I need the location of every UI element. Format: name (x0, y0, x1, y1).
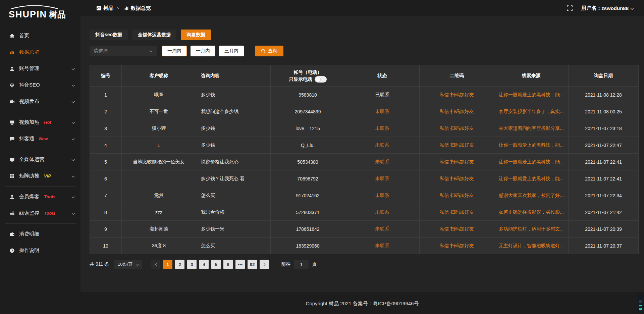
breadcrumb-root[interactable]: 树品 (103, 5, 113, 11)
sidebar-item-label: 视频发布 (19, 98, 39, 105)
page-number-button[interactable]: 5 (211, 260, 221, 269)
cell-status: 未联系 (345, 204, 420, 221)
select-placeholder: 请选择 (94, 48, 108, 54)
tab-douyin-seo-data[interactable]: 抖音seo数据 (90, 30, 128, 40)
chat-bubble-icon (9, 136, 15, 142)
user-menu[interactable]: 用户名： zswodun88 (581, 5, 634, 11)
cell-qrcode-link[interactable]: 私信 扫码加好友 (420, 120, 494, 137)
next-page-button[interactable] (260, 260, 269, 269)
page-size-select[interactable]: 10条/页 (114, 260, 142, 269)
cell-qrcode-link[interactable]: 私信 扫码加好友 (420, 204, 494, 221)
period-week-button[interactable]: 一周内 (162, 46, 187, 56)
sidebar-item-label: 抖客通 (19, 136, 34, 142)
cell-lead-source-link[interactable]: 如何正确选择投影仪，买投影... (494, 204, 569, 221)
cell-qrcode-link[interactable]: 私信 扫码加好友 (420, 238, 494, 254)
cell-id: 1 (90, 87, 122, 103)
browser-extension-overlay[interactable] (638, 294, 643, 313)
sidebar-item-label: 首页 (19, 33, 29, 39)
sidebar-item-video-boost[interactable]: 视频加热 Hot (0, 114, 80, 130)
cell-qrcode-link[interactable]: 私信 扫码加好友 (420, 87, 494, 103)
cell-lead-source-link[interactable]: 多功能护栏灯，适用于乡村文... (494, 221, 569, 238)
col-header-content: 咨询内容 (196, 65, 271, 87)
cell-qrcode-link[interactable]: 私信 扫码加好友 (420, 221, 494, 238)
chevron-down-icon (71, 194, 75, 200)
sidebar-item-label: 数据总览 (19, 49, 39, 55)
page-number-button[interactable]: ••• (235, 260, 245, 269)
sidebar-item-omnimedia-ops[interactable]: 全媒体运营 (0, 151, 80, 168)
sidebar-item-data-overview[interactable]: 数据总览 (0, 44, 80, 60)
page-number-button[interactable]: 3 (187, 260, 197, 269)
cell-status: 未联系 (345, 103, 420, 120)
cell-id: 5 (90, 154, 122, 170)
cell-lead-source-link[interactable]: 无主灯设计，智能磁吸轨道灯... (494, 238, 569, 254)
table-row: 2 不可一世 我想问这个多少钱 2097344839 未联系 私信 扫码加好友 … (90, 103, 639, 120)
cell-nickname: 当地比较能吃的一位美女 (122, 154, 196, 170)
sidebar-item-matrix-boost[interactable]: 矩阵助推 VIP (0, 168, 80, 184)
cell-lead-source-link[interactable]: 感谢大家喜欢我家，被问了好... (494, 187, 569, 204)
period-quarter-button[interactable]: 三月内 (219, 46, 244, 56)
goto-page-input[interactable] (294, 260, 309, 269)
sidebar-item-home[interactable]: 首页 (0, 28, 80, 44)
sidebar-item-lead-monitor[interactable]: 线索监控 Tools (0, 205, 80, 221)
hot-badge: Hot (44, 120, 51, 125)
cell-qrcode-link[interactable]: 私信 扫码加好友 (420, 154, 494, 170)
cell-date: 2021-11-07 22:34 (569, 187, 639, 204)
prev-page-button[interactable] (151, 260, 160, 269)
cell-content: 我只看价格 (196, 204, 271, 221)
cell-nickname: 36度 8 (122, 238, 196, 254)
home-icon (9, 33, 15, 39)
cell-lead-source-link[interactable]: 让你一眼就爱上的黑科技，能... (494, 87, 569, 103)
cell-lead-source-link[interactable]: 让你一眼就爱上的黑科技，能... (494, 137, 569, 154)
table-row: 8 zzz 我只看价格 572803371 未联系 私信 扫码加好友 如何正确选… (90, 204, 639, 221)
cell-qrcode-link[interactable]: 私信 扫码加好友 (420, 187, 494, 204)
cell-status: 已联系 (345, 87, 420, 103)
cell-nickname: 潮起潮落 (122, 221, 196, 238)
cell-nickname: zzz (122, 204, 196, 221)
cell-qrcode-link[interactable]: 私信 扫码加好友 (420, 103, 494, 120)
page-number-button[interactable]: 92 (248, 260, 257, 269)
cell-id: 2 (90, 103, 122, 120)
account-select[interactable]: 请选择 (90, 46, 157, 56)
cell-qrcode-link[interactable]: 私信 扫码加好友 (420, 137, 494, 154)
sidebar-item-video-publish[interactable]: 视频发布 (0, 93, 80, 110)
sidebar-item-consumption-detail[interactable]: 消费明细 (0, 226, 80, 242)
chevron-down-icon (71, 66, 75, 71)
fullscreen-icon[interactable] (567, 5, 573, 11)
sidebar-item-label: 会员爆客 (19, 194, 39, 200)
search-button[interactable]: 查询 (255, 46, 283, 56)
sidebar-item-member-baoke[interactable]: 会员爆客 Tools (0, 189, 80, 205)
sidebar-item-douyin-seo[interactable]: 抖音SEO (0, 77, 80, 93)
sidebar-item-douketong[interactable]: 抖客通 New (0, 130, 80, 147)
chevron-down-icon (71, 173, 75, 179)
cell-lead-source-link[interactable]: 客厅安装投影半年多了，真实... (494, 103, 569, 120)
tab-inquiry-data[interactable]: 询盘数据 (181, 30, 211, 40)
chevron-down-icon (71, 157, 75, 162)
pagination: 共 911 条 10条/页 123456•••92 前往 页 (90, 260, 639, 269)
cell-lead-source-link[interactable]: 让你一眼就爱上的黑科技，能... (494, 154, 569, 170)
page-number-button[interactable]: 1 (163, 260, 172, 269)
sidebar-item-instructions[interactable]: ? 操作说明 (0, 242, 80, 259)
tab-omnimedia-data[interactable]: 全媒体运营数据 (132, 30, 176, 40)
cell-status: 未联系 (345, 170, 420, 187)
cell-nickname: L (122, 137, 196, 154)
page-number-button[interactable]: 4 (199, 260, 209, 269)
vip-badge: VIP (44, 173, 51, 178)
period-month-button[interactable]: 一月内 (191, 46, 215, 56)
cell-nickname (122, 170, 196, 187)
filter-bar: 请选择 一周内 一月内 三月内 查询 (90, 46, 639, 56)
footer: Copyright 树品 2021 备案号：粤ICP备09019646号 (80, 292, 644, 314)
cell-account: Q_Liu. (271, 137, 345, 154)
cell-lead-source-link[interactable]: 被大家追着问的客厅投影分享... (494, 120, 569, 137)
sidebar-item-label: 视频加热 (19, 119, 39, 125)
page-number-button[interactable]: 2 (175, 260, 184, 269)
phone-only-toggle[interactable] (315, 76, 327, 83)
sidebar-divider (5, 149, 76, 149)
cell-lead-source-link[interactable]: 让你一眼就爱上的黑科技，能... (494, 170, 569, 187)
page-number-button[interactable]: 6 (223, 260, 233, 269)
cell-qrcode-link[interactable]: 私信 扫码加好友 (420, 170, 494, 187)
goto-page: 前往 页 (278, 260, 320, 269)
sidebar-item-account-mgmt[interactable]: 账号管理 (0, 60, 80, 77)
sidebar-divider (5, 186, 76, 187)
page-buttons: 123456•••92 (163, 260, 260, 269)
app-window: SHUPIN 树品 首页 数据总览 账号管理 抖音SEO (0, 0, 644, 314)
